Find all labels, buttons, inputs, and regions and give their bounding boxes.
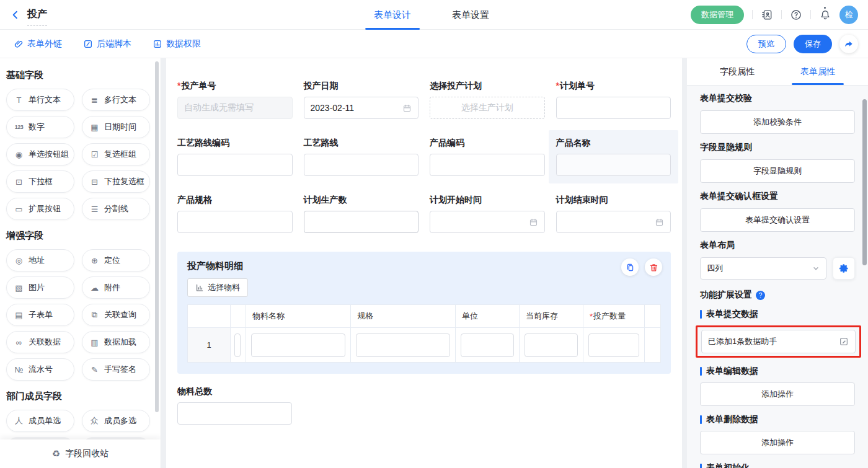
- plan-start-time-input[interactable]: [430, 211, 545, 233]
- tab-form-design[interactable]: 表单设计: [371, 0, 414, 30]
- route-input[interactable]: [304, 154, 419, 176]
- text-icon: T: [14, 95, 24, 105]
- production-no-input[interactable]: 自动生成无需填写: [177, 97, 293, 119]
- help-icon[interactable]: [790, 9, 802, 21]
- material-name-input[interactable]: [251, 333, 345, 357]
- calendar-icon: [655, 218, 664, 227]
- field-type-member-single[interactable]: 人成员单选: [6, 410, 74, 432]
- plan-end-time-input[interactable]: [556, 211, 671, 233]
- field-plan-qty[interactable]: 计划生产数: [304, 195, 419, 233]
- data-assistant-value[interactable]: 已添加1条数据助手: [701, 330, 856, 353]
- field-type-divider[interactable]: ☰分割线: [82, 198, 150, 220]
- person-icon: 人: [14, 415, 24, 426]
- backend-script-link[interactable]: 后端脚本: [83, 38, 131, 50]
- field-material-total[interactable]: 物料总数: [177, 386, 292, 425]
- field-type-relation-query[interactable]: ⧉关联查询: [82, 304, 150, 326]
- people-icon: 众: [89, 415, 100, 426]
- sidebar-scrollbar[interactable]: [155, 61, 159, 412]
- trash-icon: [649, 263, 658, 272]
- field-route-code[interactable]: 工艺路线编码: [177, 138, 293, 176]
- product-code-input[interactable]: [430, 154, 545, 176]
- save-button[interactable]: 保存: [794, 35, 832, 53]
- field-type-datetime[interactable]: ▦日期时间: [82, 116, 150, 138]
- column-header-current-stock: 当前库存: [519, 304, 583, 328]
- field-type-image[interactable]: ▧图片: [6, 276, 74, 299]
- layout-select[interactable]: 四列: [700, 257, 826, 280]
- submit-confirm-button[interactable]: 表单提交确认设置: [700, 208, 855, 232]
- field-type-number[interactable]: 123数字: [6, 116, 74, 138]
- tab-form-properties[interactable]: 表单属性: [795, 58, 840, 85]
- field-label: 工艺路线编码: [177, 138, 293, 149]
- field-plan-no[interactable]: *计划单号: [556, 81, 671, 119]
- field-type-location[interactable]: ⊕定位: [82, 249, 150, 272]
- spec-input[interactable]: [356, 333, 450, 357]
- section-label-submit-data: 表单提交数据: [700, 309, 855, 320]
- share-button[interactable]: [839, 35, 858, 53]
- field-type-member-multi[interactable]: 众成员多选: [82, 410, 150, 432]
- avatar[interactable]: 检: [839, 6, 858, 24]
- plan-qty-input[interactable]: [304, 211, 419, 233]
- field-type-subform[interactable]: ▤子表单: [6, 304, 74, 326]
- production-qty-input[interactable]: [588, 333, 639, 357]
- field-product-spec[interactable]: 产品规格: [177, 195, 293, 233]
- product-spec-input[interactable]: [177, 211, 293, 233]
- field-type-serial-number[interactable]: №流水号: [6, 358, 74, 381]
- panel-scrollbar[interactable]: [862, 99, 867, 265]
- field-plan-start-time[interactable]: 计划开始时间: [430, 195, 545, 233]
- material-total-input[interactable]: [177, 402, 292, 425]
- add-edit-action-button[interactable]: 添加操作: [700, 382, 855, 406]
- tab-form-settings[interactable]: 表单设置: [450, 0, 492, 30]
- field-type-attachment[interactable]: ☁附件: [82, 276, 150, 299]
- help-icon[interactable]: ?: [756, 291, 765, 300]
- column-header-production-qty: *投产数量: [583, 304, 645, 328]
- data-permission-link[interactable]: 数据权限: [153, 38, 201, 50]
- bell-icon[interactable]: [819, 9, 831, 21]
- visibility-rules-button[interactable]: 字段显隐规则: [700, 159, 855, 183]
- subform-material-detail[interactable]: 投产物料明细 选择物料 物料名称规格单位当前库存*投产数量 1: [177, 252, 671, 374]
- section-label-form-init: 表单初始化: [700, 462, 855, 468]
- back-button[interactable]: [10, 9, 21, 20]
- field-type-address[interactable]: ◎地址: [6, 249, 74, 272]
- field-type-multi-select[interactable]: ⊟下拉复选框: [82, 170, 150, 193]
- current-stock-input[interactable]: [525, 333, 578, 357]
- field-type-signature[interactable]: ✎手写签名: [82, 358, 150, 381]
- route-code-input[interactable]: [177, 154, 293, 176]
- unit-input[interactable]: [461, 333, 514, 357]
- field-type-radio-group[interactable]: ◉单选按钮组: [6, 143, 74, 166]
- copy-button[interactable]: [621, 258, 639, 276]
- plan-no-input[interactable]: [556, 97, 671, 119]
- form-external-link-link[interactable]: 表单外链: [14, 38, 62, 50]
- field-select-production-plan[interactable]: 选择投产计划选择生产计划: [430, 81, 545, 119]
- data-manage-button[interactable]: 数据管理: [691, 6, 744, 24]
- delete-button[interactable]: [645, 258, 662, 276]
- layout-settings-button[interactable]: [833, 257, 855, 280]
- field-type-single-line-text[interactable]: T单行文本: [6, 89, 74, 111]
- select-production-plan-button[interactable]: 选择生产计划: [430, 97, 545, 119]
- field-type-data-load[interactable]: ▥数据加载: [82, 331, 150, 353]
- target-icon: ⊕: [89, 256, 100, 265]
- column-header-spec: 规格: [350, 304, 456, 328]
- field-type-select[interactable]: ⊡下拉框: [6, 170, 74, 193]
- clipped-col-input[interactable]: [234, 333, 241, 357]
- tab-field-properties[interactable]: 字段属性: [715, 58, 760, 85]
- add-validation-button[interactable]: 添加校验条件: [700, 110, 855, 134]
- field-route[interactable]: 工艺路线: [304, 138, 419, 176]
- select-material-button[interactable]: 选择物料: [187, 278, 248, 297]
- contacts-book-icon[interactable]: [761, 9, 773, 21]
- field-type-multi-line-text[interactable]: ≣多行文本: [82, 89, 150, 111]
- field-product-name[interactable]: 产品名称: [549, 130, 679, 183]
- field-type-checkbox-group[interactable]: ☑复选框组: [82, 143, 150, 166]
- field-plan-end-time[interactable]: 计划结束时间: [556, 195, 671, 233]
- preview-button[interactable]: 预览: [746, 35, 786, 53]
- field-type-relation-data[interactable]: ∞关联数据: [6, 331, 74, 353]
- add-delete-action-button[interactable]: 添加操作: [700, 431, 855, 454]
- field-recycle-bin[interactable]: ♻ 字段回收站: [0, 439, 161, 468]
- field-product-code[interactable]: 产品编码: [430, 138, 545, 176]
- field-production-no[interactable]: *投产单号自动生成无需填写: [177, 81, 293, 119]
- product-name-input[interactable]: [556, 154, 671, 176]
- field-production-date[interactable]: 投产日期2023-02-11: [304, 81, 419, 119]
- production-date-input[interactable]: 2023-02-11: [304, 97, 419, 119]
- link-chain-icon: ∞: [14, 338, 24, 347]
- field-type-extend-button[interactable]: ▭扩展按钮: [6, 198, 74, 220]
- edit-icon[interactable]: [839, 337, 849, 347]
